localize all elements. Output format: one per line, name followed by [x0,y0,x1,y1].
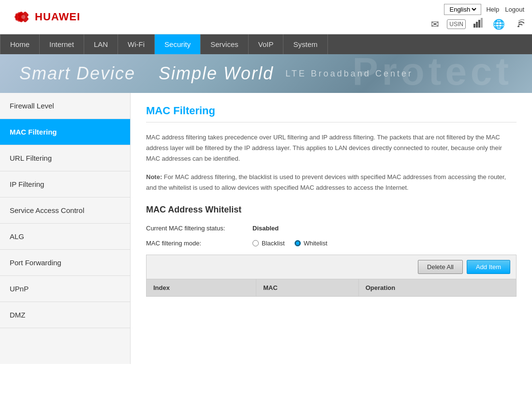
status-row: Current MAC filtering status: Disabled [146,225,517,232]
col-mac: MAC [256,279,359,297]
section-title: MAC Address Whitelist [146,205,517,215]
whitelist-label: Whitelist [304,240,327,247]
huawei-logo-icon [8,8,31,26]
sidebar-item-mac-filtering[interactable]: MAC Filtering [0,119,130,145]
sidebar-item-url-filtering[interactable]: URL Filtering [0,145,130,171]
globe-icon[interactable]: 🌐 [493,18,505,30]
sidebar-item-port-forwarding[interactable]: Port Forwarding [0,250,130,276]
logout-link[interactable]: Logout [505,6,524,13]
main-content: MAC Filtering MAC address filtering take… [131,93,532,364]
mac-table: Index MAC Operation [146,279,517,297]
sidebar-item-alg[interactable]: ALG [0,224,130,250]
wifi-icon [513,18,524,30]
mode-row: MAC filtering mode: Blacklist Whitelist [146,240,517,247]
svg-rect-9 [481,18,483,28]
mac-mode-radio-group: Blacklist Whitelist [252,240,327,247]
sidebar-item-upnp[interactable]: UPnP [0,276,130,302]
mode-label: MAC filtering mode: [146,240,252,247]
header-top-right: English 中文 Help Logout [444,4,524,15]
svg-point-5 [21,15,25,19]
note-body: For MAC address filtering, the blacklist… [146,173,506,191]
page-title: MAC Filtering [146,105,517,122]
blacklist-radio[interactable] [252,240,259,246]
nav-voip[interactable]: VoIP [249,34,284,54]
banner-simple-world: Simple World [159,63,274,83]
banner: Smart Device Simple World LTE Broadband … [0,54,532,93]
nav-internet[interactable]: Internet [40,34,84,54]
usin-icon: USIN [447,19,466,29]
language-dropdown[interactable]: English 中文 [447,5,478,14]
table-header-row: Index MAC Operation [147,279,517,297]
header-icons: ✉ USIN 🌐 [431,18,524,30]
table-actions: Delete All Add Item [146,255,517,279]
help-link[interactable]: Help [486,6,499,13]
description-text: MAC address filtering takes precedence o… [146,132,517,164]
status-label: Current MAC filtering status: [146,225,252,232]
whitelist-radio[interactable] [295,240,301,246]
logo-text: HUAWEI [35,11,80,23]
layout: Firewall Level MAC Filtering URL Filteri… [0,93,532,364]
nav-wifi[interactable]: Wi-Fi [118,34,155,54]
banner-sub: LTE Broadband Center [285,69,413,79]
sidebar-item-service-access-control[interactable]: Service Access Control [0,197,130,224]
header-right: English 中文 Help Logout ✉ USIN 🌐 [431,4,524,30]
mail-icon[interactable]: ✉ [431,18,439,30]
status-value: Disabled [252,225,279,232]
blacklist-option[interactable]: Blacklist [252,240,285,247]
col-index: Index [147,279,256,297]
main-nav: Home Internet LAN Wi-Fi Security Service… [0,34,532,54]
nav-lan[interactable]: LAN [84,34,118,54]
svg-rect-7 [476,22,478,28]
header: HUAWEI English 中文 Help Logout ✉ USIN 🌐 [0,0,532,34]
svg-point-10 [517,26,519,27]
blacklist-label: Blacklist [262,240,285,247]
sidebar: Firewall Level MAC Filtering URL Filteri… [0,93,131,364]
nav-home[interactable]: Home [0,34,40,54]
nav-security[interactable]: Security [155,34,201,54]
logo-area: HUAWEI [8,8,80,26]
language-selector[interactable]: English 中文 [444,4,481,15]
whitelist-option[interactable]: Whitelist [295,240,327,247]
sidebar-item-firewall-level[interactable]: Firewall Level [0,93,130,119]
signal-icon [473,18,485,30]
delete-all-button[interactable]: Delete All [418,260,463,274]
banner-text: Smart Device Simple World [19,63,274,84]
sidebar-item-dmz[interactable]: DMZ [0,302,130,328]
svg-rect-6 [473,24,475,28]
svg-rect-8 [478,20,480,28]
header-links: Help Logout [486,6,524,13]
note-label: Note: [146,173,162,181]
note-text: Note: For MAC address filtering, the bla… [146,172,517,193]
sidebar-item-ip-filtering[interactable]: IP Filtering [0,171,130,197]
nav-system[interactable]: System [283,34,327,54]
nav-services[interactable]: Services [201,34,249,54]
add-item-button[interactable]: Add Item [467,260,510,274]
col-operation: Operation [358,279,516,297]
